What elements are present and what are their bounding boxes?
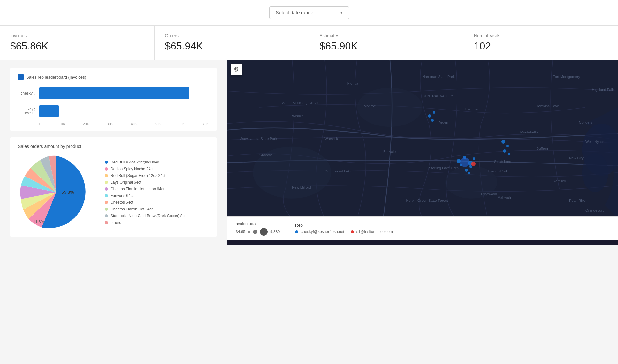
map-data-dot-red-1 (471, 162, 476, 166)
pie-chart-title: Sales orders amount by product (18, 144, 209, 149)
legend-label-9: others (111, 220, 121, 225)
legend-label-2: Red Bull (Sugar Free) 12oz 24ct (111, 173, 165, 178)
svg-text:Ramsey: Ramsey (553, 179, 566, 183)
svg-text:Tomkins Cove: Tomkins Cove (537, 104, 559, 108)
svg-text:Wisner: Wisner (292, 114, 303, 118)
pie-chart-wrap: 55.3% 11.6% (18, 154, 95, 231)
map-data-dot-upper-2 (431, 119, 434, 122)
top-bar: Select date range ▾ (0, 0, 618, 26)
legend-item-5: Funyuns 64ct (105, 193, 186, 198)
invoice-max: 9,880 (270, 230, 280, 234)
legend-label-8: Starbucks Nitro Cold Brew (Dark Cocoa) 8… (111, 214, 186, 218)
svg-text:Highland Falls: Highland Falls (592, 88, 614, 92)
legend-item-2: Red Bull (Sugar Free) 12oz 24ct (105, 173, 186, 178)
legend-circle-0 (105, 161, 108, 164)
map-background: Warwick Bellvale Arden Sloatsburg Suffer… (227, 60, 618, 216)
rep1-email: cheskyf@kosherfresh.net (301, 230, 344, 234)
svg-text:Harriman: Harriman (465, 107, 479, 111)
legend-item-8: Starbucks Nitro Cold Brew (Dark Cocoa) 8… (105, 214, 186, 218)
pie-chart-svg (18, 154, 95, 231)
x-axis-4: 40K (131, 122, 137, 126)
legend-item-6: Cheetos 64ct (105, 200, 186, 205)
map-data-dot-right-1 (501, 140, 505, 144)
invoice-total-label: Invoice total (234, 221, 280, 226)
map-data-dot-upper-1 (428, 114, 431, 118)
pie-bottom-label: 11.6% (33, 220, 44, 224)
svg-text:Suffern: Suffern (537, 147, 548, 150)
pie-legend: Red Bull 8.4oz 24ct(included) Doritos Sp… (105, 160, 186, 225)
rep-label: Rep (295, 223, 393, 228)
svg-text:Bellvale: Bellvale (383, 150, 396, 154)
bar-chart-legend-dot (18, 74, 24, 80)
invoice-dot-small (248, 231, 250, 233)
legend-item-9: others (105, 220, 186, 225)
map-data-dot-right-3 (503, 149, 506, 153)
rep1-dot (295, 230, 298, 233)
map-cluster-dot (460, 157, 469, 167)
kpi-invoices-label: Invoices (10, 33, 144, 38)
kpi-invoices: Invoices $65.86K (0, 26, 155, 60)
legend-label-6: Cheetos 64ct (111, 200, 133, 205)
legend-circle-4 (105, 187, 108, 191)
legend-circle-5 (105, 194, 108, 197)
x-axis-5: 50K (155, 122, 161, 126)
bar-fill-1 (39, 105, 59, 117)
kpi-num-visits-label: Num of Visits (474, 33, 608, 38)
svg-text:Fort Montgomery: Fort Montgomery (553, 75, 580, 79)
date-range-label: Select date range (276, 10, 314, 15)
svg-text:Warwick: Warwick (324, 137, 338, 140)
svg-text:Harriman State Park: Harriman State Park (423, 75, 455, 79)
bar-chart-legend: Sales rep leaderboard (Invoices) (18, 74, 209, 80)
svg-text:Norvin Green State Forest: Norvin Green State Forest (406, 199, 448, 202)
map-location-button[interactable] (231, 64, 242, 75)
map-data-dot-right-2 (506, 145, 509, 147)
svg-point-39 (235, 68, 237, 70)
map-data-dot-7 (465, 169, 468, 172)
x-axis-1: 10K (59, 122, 65, 126)
legend-circle-3 (105, 181, 108, 184)
svg-text:West Nyack: West Nyack (585, 140, 605, 144)
rep2-dot (351, 230, 354, 233)
rep-items: cheskyf@kosherfresh.net s1@insitumobile.… (295, 230, 393, 234)
x-axis-2: 20K (83, 122, 89, 126)
dropdown-arrow-icon: ▾ (340, 11, 342, 15)
map-legend: Invoice total -34.65 9,880 Rep cheskyf@k… (227, 216, 618, 240)
rep2-email: s1@insitumobile.com (356, 230, 393, 234)
map-data-dot-right-4 (508, 153, 510, 155)
svg-text:New City: New City (569, 156, 584, 160)
kpi-estimates: Estimates $65.90K (309, 26, 464, 60)
bar-chart: chesky... s1@ insitu... (18, 85, 209, 119)
content-area: Sales rep leaderboard (Invoices) chesky.… (0, 60, 618, 245)
kpi-num-visits: Num of Visits 102 (464, 26, 618, 60)
invoice-range: -34.65 9,880 (234, 228, 280, 236)
legend-label-7: Cheetos Flamin Hot 64ct (111, 207, 153, 211)
invoice-min: -34.65 (234, 230, 245, 234)
map-container: Warwick Bellvale Arden Sloatsburg Suffer… (227, 60, 618, 216)
legend-label-3: Lays Original 64ct (111, 180, 141, 185)
svg-text:Ringwood: Ringwood (481, 192, 497, 196)
svg-text:Arden: Arden (439, 120, 448, 124)
bar-container-0 (39, 87, 209, 99)
legend-circle-7 (105, 208, 108, 211)
x-axis-7: 70K (202, 122, 209, 126)
legend-item-3: Lays Original 64ct (105, 180, 186, 185)
svg-text:Wawayanda State Park: Wawayanda State Park (240, 137, 277, 140)
svg-text:Orangeburg: Orangeburg (585, 209, 605, 212)
legend-item-1: Doritos Spicy Nacho 24ct (105, 167, 186, 171)
x-axis-3: 30K (107, 122, 113, 126)
location-pin-icon (233, 67, 239, 72)
left-panel: Sales rep leaderboard (Invoices) chesky.… (0, 60, 227, 245)
svg-text:CENTRAL VALLEY: CENTRAL VALLEY (423, 94, 454, 98)
legend-label-0: Red Bull 8.4oz 24ct(included) (111, 160, 161, 164)
legend-item-4: Cheetos Flamin Hot Limon 64ct (105, 187, 186, 191)
x-axis-6: 60K (179, 122, 185, 126)
legend-circle-2 (105, 174, 108, 177)
rep-legend: Rep cheskyf@kosherfresh.net s1@insitumob… (295, 223, 393, 234)
pie-chart-section: Sales orders amount by product (10, 137, 217, 237)
invoice-dot-large (260, 228, 268, 236)
bar-container-1 (39, 105, 209, 117)
kpi-orders: Orders $65.94K (155, 26, 309, 60)
date-range-dropdown[interactable]: Select date range ▾ (269, 6, 349, 19)
bar-row-0: chesky... (18, 87, 209, 99)
bar-label-0: chesky... (18, 91, 35, 95)
